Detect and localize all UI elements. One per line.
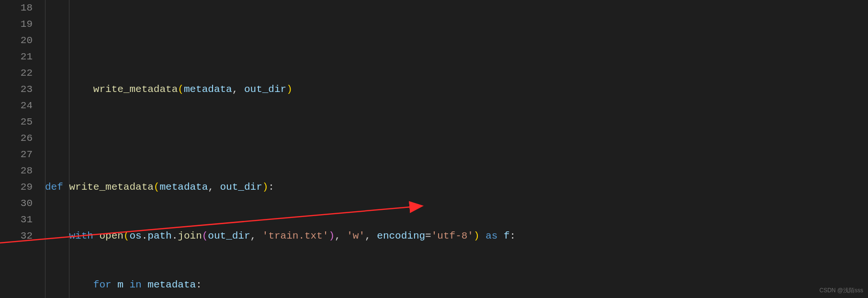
line-number: 31 xyxy=(0,212,33,228)
line-number: 22 xyxy=(0,65,33,81)
code-area[interactable]: write_metadata(metadata, out_dir) def wr… xyxy=(45,0,868,298)
line-number: 23 xyxy=(0,81,33,98)
code-line[interactable] xyxy=(45,130,868,147)
line-number: 32 xyxy=(0,228,33,244)
code-editor[interactable]: 18 19 20 21 22 23 24 25 26 27 28 29 30 3… xyxy=(0,0,868,298)
line-number-gutter: 18 19 20 21 22 23 24 25 26 27 28 29 30 3… xyxy=(0,0,45,298)
line-number: 27 xyxy=(0,147,33,163)
line-number: 20 xyxy=(0,33,33,49)
line-number: 26 xyxy=(0,130,33,147)
line-number: 28 xyxy=(0,163,33,179)
line-number: 18 xyxy=(0,0,33,16)
code-line[interactable]: with open(os.path.join(out_dir, 'train.t… xyxy=(45,228,868,244)
line-number: 25 xyxy=(0,114,33,130)
code-line[interactable]: for m in metadata: xyxy=(45,277,868,293)
line-number: 19 xyxy=(0,16,33,33)
code-line[interactable]: write_metadata(metadata, out_dir) xyxy=(45,81,868,98)
annotation-arrow-icon xyxy=(0,0,479,249)
code-line[interactable]: def write_metadata(metadata, out_dir): xyxy=(45,179,868,195)
line-number: 21 xyxy=(0,49,33,65)
watermark-label: CSDN @浅陌sss xyxy=(819,286,863,295)
line-number: 24 xyxy=(0,98,33,114)
line-number: 30 xyxy=(0,195,33,212)
line-number: 29 xyxy=(0,179,33,195)
